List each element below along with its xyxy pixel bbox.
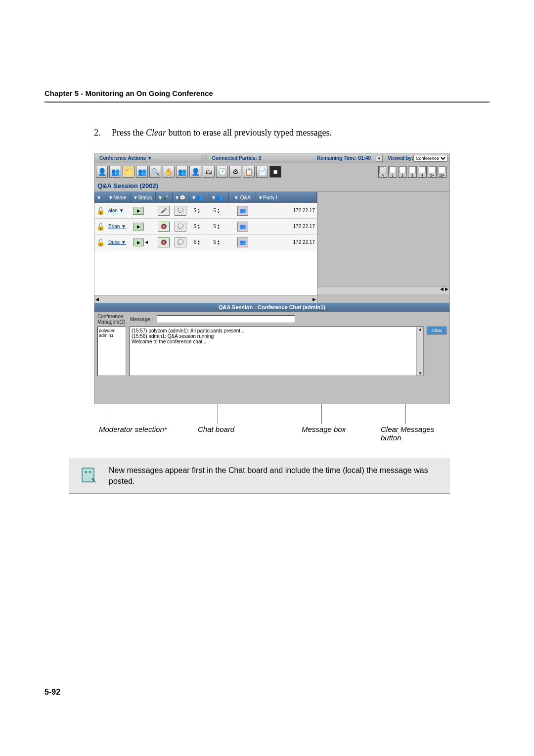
chat-header: Q&A Session - Conference Chat (admin1) [94,303,449,312]
col-name[interactable]: ▼Name [106,192,131,203]
status-badge: ▶ [133,207,144,215]
layout-4[interactable]: 4 [418,166,427,178]
table-row: 🔓 alan ▼ ▶ 🎤 💬 5▲▼ 5▲▼ 👥 172.22.17 [94,203,317,219]
anno-chatboard: Chat board [198,425,234,433]
toolbar-btn-9[interactable]: 🗂 [203,166,215,178]
spinner-1[interactable]: 5▲▼ [191,224,200,230]
clear-button[interactable]: Clear [427,327,446,334]
toolbar-btn-7[interactable]: 👥 [176,166,188,178]
status-badge: ▶ [133,238,144,246]
mic-button[interactable]: 🔇 [158,237,170,247]
scroll-up-button[interactable]: ▲ [376,155,383,162]
toolbar-btn-12[interactable]: 📋 [243,166,255,178]
layout-selector: A 1 2 3 4 5+ 10+ [373,164,449,179]
anno-msgbox: Message box [302,425,346,433]
app-screenshot: Conference Actions ▼ ⓘ Connected Parties… [94,153,450,404]
layout-2[interactable]: 2 [398,166,407,178]
participant-name[interactable]: alan ▼ [108,208,124,213]
toolbar: 👤 👥 📁 👥 🔍 ✋ 👥 👤 🗂 🕐 ⚙ 📋 📄 ■ A 1 2 3 [94,163,449,180]
svg-point-1 [85,471,87,473]
chat-area: Conference Managers(2) Message : polycom… [94,312,449,404]
chat-button[interactable]: 💬 [175,222,186,232]
message-label: Message : [130,317,153,322]
right-h-scrollbar[interactable]: ◀ ▶ [317,286,449,294]
chat-line: (15:56) admin1: Q&A session running [132,333,421,339]
toolbar-btn-11[interactable]: ⚙ [229,166,241,178]
toolbar-btn-2[interactable]: 👥 [109,166,121,178]
layout-10plus[interactable]: 10+ [438,166,446,178]
conference-bar: Conference Actions ▼ ⓘ Connected Parties… [94,153,449,163]
header-divider [44,101,490,103]
chat-line: (15:57) polycom (admin1): All participan… [132,328,421,333]
spinner-1[interactable]: 5▲▼ [191,208,200,214]
step-instruction: 2. Press the Clear button to erase all p… [94,128,490,138]
message-input[interactable] [157,315,295,323]
anno-moderator: Moderator selection* [99,425,167,433]
participant-name[interactable]: Brian ▼ [108,224,126,229]
note-icon [79,465,99,485]
table-row: 🔓 Duke ▼ ▶◀ 🔇 💬 5▲▼ 5▲▼ 👥 172.22.17 [94,235,317,250]
step-text-italic: Clear [146,128,166,138]
spinner-1[interactable]: 5▲▼ [191,239,200,245]
layout-5plus[interactable]: 5+ [428,166,437,178]
step-number: 2. [94,128,101,138]
spinner-2[interactable]: 5▲▼ [211,224,220,230]
col-party[interactable]: ▼Party I [256,192,317,203]
layout-a[interactable]: A [378,166,387,178]
col-expand[interactable]: ▼ [94,192,106,203]
party-ip: 172.22.17 [293,224,315,229]
layout-1[interactable]: 1 [388,166,397,178]
participant-name[interactable]: Duke ▼ [108,239,126,245]
col-sp2[interactable]: ▼👥 [209,192,229,203]
lock-icon: 🔓 [96,223,105,231]
svg-point-2 [89,471,91,473]
mic-button[interactable]: 🔇 [158,222,170,232]
viewed-by-label: Viewed by: [388,155,413,161]
chat-board: (15:57) polycom (admin1): All participan… [129,327,424,376]
toolbar-btn-14[interactable]: ■ [269,166,281,178]
toolbar-btn-8[interactable]: 👤 [189,166,201,178]
party-ip: 172.22.17 [293,239,315,245]
remaining-time: Remaining Time: 01:40 [312,155,376,161]
participants-table: ▼ ▼Name ▼Status ▼🎤 ▼💬 ▼👥 ▼👥 ▼ Q&A ▼Party… [94,192,317,303]
toolbar-btn-10[interactable]: 🕐 [216,166,228,178]
party-ip: 172.22.17 [293,208,315,213]
spinner-2[interactable]: 5▲▼ [211,208,220,214]
managers-list[interactable]: polycom admin1 [97,327,126,376]
info-icon[interactable]: ⓘ [201,154,207,162]
table-h-scrollbar[interactable]: ◀▶ [94,295,317,303]
right-panel: ◀ ▶ [317,192,449,303]
toolbar-btn-1[interactable]: 👤 [96,166,108,178]
managers-label: Conference Managers(2) [97,314,126,325]
col-mic[interactable]: ▼🎤 [156,192,173,203]
spinner-2[interactable]: 5▲▼ [211,239,220,245]
step-text-post: button to erase all previously typed mes… [166,128,332,138]
col-status[interactable]: ▼Status [131,192,156,203]
manager-item[interactable]: admin1 [99,333,125,338]
mic-button[interactable]: 🎤 [158,206,170,216]
qa-badge[interactable]: 👥 [237,222,248,232]
chat-scrollbar[interactable]: ▲▼ [416,327,423,376]
viewed-by-select[interactable]: Conference [413,155,447,162]
connected-parties: Connected Parties: 3 [207,155,266,161]
conference-actions-menu[interactable]: Conference Actions ▼ [96,155,155,161]
manager-item[interactable]: polycom [99,328,125,333]
chat-button[interactable]: 💬 [175,237,186,247]
chapter-header: Chapter 5 - Monitoring an On Going Confe… [44,89,490,97]
toolbar-btn-4[interactable]: 👥 [136,166,148,178]
layout-3[interactable]: 3 [408,166,417,178]
col-qa[interactable]: ▼ Q&A [229,192,256,203]
session-title: Q&A Session (2002) [94,180,449,192]
table-row: 🔓 Brian ▼ ▶ 🔇 💬 5▲▼ 5▲▼ 👥 172.22.17 [94,219,317,235]
toolbar-btn-5[interactable]: 🔍 [149,166,161,178]
qa-badge[interactable]: 👥 [237,206,248,216]
toolbar-btn-6[interactable]: ✋ [163,166,175,178]
lock-icon: 🔓 [96,207,105,215]
lock-icon: 🔓 [96,238,105,246]
col-chat[interactable]: ▼💬 [173,192,189,203]
toolbar-btn-13[interactable]: 📄 [256,166,268,178]
chat-button[interactable]: 💬 [175,206,186,216]
qa-badge[interactable]: 👥 [237,237,248,247]
col-sp1[interactable]: ▼👥 [189,192,209,203]
toolbar-btn-3[interactable]: 📁 [123,166,134,178]
